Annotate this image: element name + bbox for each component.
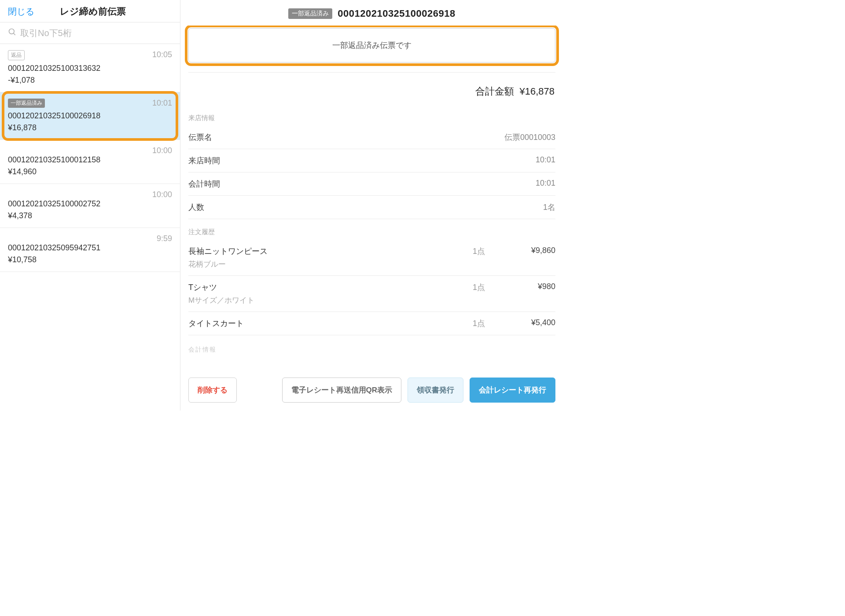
receipt-issue-button[interactable]: 領収書発行 [408, 378, 463, 403]
delete-button[interactable]: 削除する [188, 378, 237, 403]
order-name: タイトスカート [188, 318, 432, 329]
detail-header: 一部返品済み 000120210325100026918 [180, 0, 563, 26]
transaction-list: 返品10:05000120210325100313632-¥1,078一部返品済… [0, 44, 180, 411]
order-name: Tシャツ [188, 282, 432, 293]
footer-actions: 削除する 電子レシート再送信用QR表示 領収書発行 会計レシート再発行 [180, 370, 563, 411]
transaction-badge: 返品 [8, 50, 25, 60]
transaction-amount: -¥1,078 [8, 76, 172, 85]
order-row: タイトスカート1点¥5,400 [188, 312, 555, 335]
order-qty: 1点 [432, 318, 485, 329]
transaction-item[interactable]: 返品10:05000120210325100313632-¥1,078 [0, 44, 180, 92]
order-name: 長袖ニットワンピース [188, 246, 432, 257]
transaction-item[interactable]: 10:00000120210325100002752¥4,378 [0, 184, 180, 228]
detail-scroll[interactable]: 一部返品済み伝票です 合計金額 ¥16,878 来店情報 伝票名伝票000100… [180, 26, 563, 370]
cutoff-section-hint: 会計情報 [188, 346, 555, 354]
transaction-no: 000120210325095942751 [8, 243, 172, 253]
info-key: 来店時間 [188, 155, 220, 166]
order-qty: 1点 [432, 282, 485, 293]
transaction-time: 10:00 [152, 190, 172, 199]
transaction-no: 000120210325100002752 [8, 199, 172, 209]
visit-section-label: 来店情報 [188, 114, 555, 122]
order-price: ¥5,400 [485, 318, 555, 327]
transaction-item[interactable]: 10:00000120210325100012158¥14,960 [0, 140, 180, 184]
detail-transaction-no: 000120210325100026918 [338, 8, 455, 19]
order-price: ¥980 [485, 282, 555, 291]
order-qty: 1点 [432, 246, 485, 257]
order-price: ¥9,860 [485, 246, 555, 255]
search-input[interactable] [20, 28, 172, 38]
main: 一部返品済み 000120210325100026918 一部返品済み伝票です … [180, 0, 563, 411]
info-row: 会計時間10:01 [188, 172, 555, 196]
sidebar: 閉じる レジ締め前伝票 返品10:05000120210325100313632… [0, 0, 180, 411]
transaction-time: 10:05 [152, 50, 172, 59]
transaction-time: 9:59 [157, 234, 172, 243]
transaction-no: 000120210325100313632 [8, 64, 172, 73]
search-bar [0, 22, 180, 44]
search-icon [8, 28, 17, 38]
transaction-time: 10:00 [152, 146, 172, 155]
info-row: 来店時間10:01 [188, 149, 555, 172]
transaction-amount: ¥10,758 [8, 255, 172, 264]
transaction-amount: ¥4,378 [8, 211, 172, 220]
order-section-label: 注文履歴 [188, 228, 555, 236]
notice-box: 一部返品済み伝票です [188, 28, 555, 62]
svg-line-1 [14, 33, 15, 35]
transaction-item[interactable]: 一部返品済み10:01000120210325100026918¥16,878 [0, 92, 180, 140]
transaction-amount: ¥16,878 [8, 123, 172, 132]
transaction-item[interactable]: 9:59000120210325095942751¥10,758 [0, 228, 180, 272]
transaction-no: 000120210325100012158 [8, 155, 172, 165]
qr-resend-button[interactable]: 電子レシート再送信用QR表示 [282, 378, 402, 403]
transaction-amount: ¥14,960 [8, 167, 172, 176]
order-variant: Mサイズ／ホワイト [188, 295, 432, 305]
order-row: 長袖ニットワンピース花柄ブルー1点¥9,860 [188, 240, 555, 276]
info-key: 人数 [188, 202, 204, 213]
notice-highlight: 一部返品済み伝票です [188, 28, 555, 62]
sidebar-header: 閉じる レジ締め前伝票 [0, 0, 180, 22]
reprint-button[interactable]: 会計レシート再発行 [470, 378, 555, 403]
total-value: ¥16,878 [519, 86, 555, 97]
info-value: 1名 [543, 202, 555, 213]
total-row: 合計金額 ¥16,878 [188, 73, 555, 111]
info-key: 伝票名 [188, 132, 212, 143]
info-row: 伝票名伝票00010003 [188, 126, 555, 149]
visit-info: 伝票名伝票00010003来店時間10:01会計時間10:01人数1名 [188, 126, 555, 219]
info-value: 10:01 [536, 179, 555, 189]
transaction-badge: 一部返品済み [8, 99, 45, 108]
svg-point-0 [9, 29, 15, 34]
info-value: 10:01 [536, 155, 555, 166]
transaction-time: 10:01 [152, 99, 172, 108]
info-value: 伝票00010003 [504, 132, 555, 143]
order-row: TシャツMサイズ／ホワイト1点¥980 [188, 276, 555, 312]
transaction-no: 000120210325100026918 [8, 111, 172, 121]
status-badge: 一部返品済み [288, 8, 332, 19]
total-label: 合計金額 [475, 85, 514, 98]
sidebar-title: レジ締め前伝票 [13, 5, 172, 18]
info-key: 会計時間 [188, 179, 220, 189]
order-history: 長袖ニットワンピース花柄ブルー1点¥9,860TシャツMサイズ／ホワイト1点¥9… [188, 240, 555, 335]
info-row: 人数1名 [188, 196, 555, 219]
order-variant: 花柄ブルー [188, 259, 432, 269]
